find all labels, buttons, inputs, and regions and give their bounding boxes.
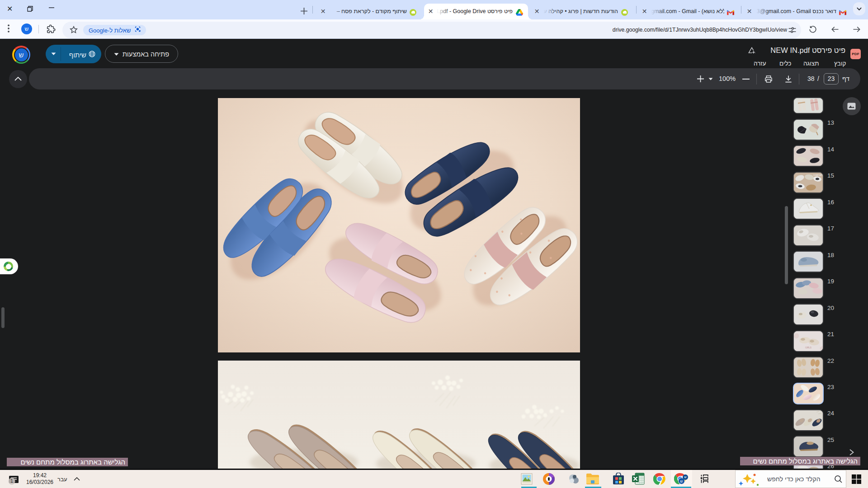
svg-text:COMFORT: COMFORT: [813, 174, 823, 176]
svg-text:1: 1: [10, 479, 13, 483]
svg-text:GIRLS: GIRLS: [805, 347, 811, 349]
